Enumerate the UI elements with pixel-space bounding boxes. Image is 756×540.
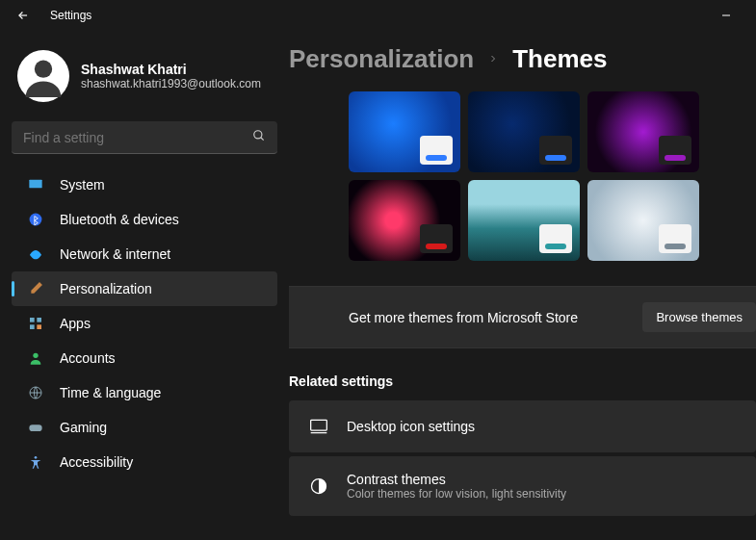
- related-settings-header: Related settings: [289, 348, 756, 400]
- setting-row-title: Contrast themes: [347, 472, 566, 487]
- svg-point-1: [35, 61, 52, 78]
- theme-thumbnail[interactable]: [587, 91, 699, 172]
- avatar: [17, 50, 69, 102]
- desktop-icon: [308, 416, 329, 437]
- svg-point-13: [35, 456, 38, 459]
- desktop-icon-settings-row[interactable]: Desktop icon settings: [289, 400, 756, 452]
- store-text: Get more themes from Microsoft Store: [349, 310, 578, 325]
- brush-icon: [27, 280, 44, 297]
- theme-thumbnail[interactable]: [349, 180, 460, 261]
- svg-rect-12: [29, 424, 41, 431]
- sidebar-item-bluetooth-devices[interactable]: Bluetooth & devices: [12, 202, 277, 237]
- setting-row-subtitle: Color themes for low vision, light sensi…: [347, 487, 566, 501]
- svg-rect-14: [311, 420, 327, 430]
- breadcrumb-current: Themes: [512, 44, 607, 74]
- browse-themes-button[interactable]: Browse themes: [642, 302, 756, 332]
- svg-rect-4: [29, 180, 41, 189]
- sidebar-item-label: Accounts: [60, 350, 116, 366]
- sidebar-item-system[interactable]: System: [12, 167, 277, 202]
- sidebar-item-time-language[interactable]: Time & language: [12, 375, 277, 410]
- sidebar-item-accounts[interactable]: Accounts: [12, 341, 277, 375]
- theme-thumbnail[interactable]: [587, 180, 699, 261]
- sidebar-item-label: Accessibility: [60, 454, 133, 470]
- theme-thumbnail[interactable]: [468, 180, 580, 261]
- sidebar-item-label: Bluetooth & devices: [60, 212, 179, 227]
- svg-rect-9: [37, 324, 41, 329]
- contrast-icon: [308, 476, 329, 497]
- wifi-icon: [27, 245, 44, 263]
- sidebar-item-apps[interactable]: Apps: [12, 306, 277, 341]
- game-icon: [27, 419, 44, 436]
- globe-icon: [27, 384, 44, 401]
- sidebar-item-gaming[interactable]: Gaming: [12, 410, 277, 445]
- svg-rect-7: [37, 318, 41, 322]
- profile-block[interactable]: Shashwat Khatri shashwat.khatri1993@outl…: [12, 44, 277, 116]
- sidebar-item-label: Personalization: [60, 281, 152, 296]
- sidebar-item-label: System: [60, 177, 105, 193]
- person-icon: [27, 349, 44, 367]
- svg-point-2: [254, 130, 262, 138]
- svg-point-10: [33, 353, 38, 358]
- bluetooth-icon: [27, 211, 44, 228]
- svg-rect-6: [30, 318, 35, 322]
- breadcrumb-parent[interactable]: Personalization: [289, 44, 474, 74]
- grid-icon: [27, 315, 44, 332]
- profile-name: Shashwat Khatri: [81, 62, 261, 77]
- search-input[interactable]: [23, 130, 252, 145]
- breadcrumb: Personalization Themes: [289, 44, 756, 91]
- sidebar-item-label: Gaming: [60, 420, 107, 435]
- svg-line-3: [261, 137, 264, 140]
- sidebar-item-network-internet[interactable]: Network & internet: [12, 237, 277, 271]
- accessibility-icon: [27, 453, 44, 471]
- back-button[interactable]: [10, 2, 37, 29]
- store-row: Get more themes from Microsoft Store Bro…: [289, 286, 756, 348]
- search-box[interactable]: [12, 121, 277, 154]
- monitor-icon: [27, 176, 44, 193]
- theme-thumbnail[interactable]: [349, 91, 460, 172]
- profile-email: shashwat.khatri1993@outlook.com: [81, 77, 261, 90]
- sidebar-item-label: Network & internet: [60, 246, 170, 262]
- minimize-button[interactable]: [706, 2, 746, 29]
- sidebar-item-label: Apps: [60, 316, 91, 331]
- svg-rect-8: [30, 324, 35, 329]
- setting-row-title: Desktop icon settings: [347, 419, 475, 434]
- chevron-right-icon: [487, 52, 499, 67]
- sidebar-item-personalization[interactable]: Personalization: [12, 271, 277, 306]
- search-icon: [252, 129, 266, 146]
- theme-thumbnail[interactable]: [468, 91, 580, 172]
- contrast-themes-row[interactable]: Contrast themes Color themes for low vis…: [289, 456, 756, 516]
- sidebar-item-label: Time & language: [60, 385, 161, 400]
- window-title: Settings: [50, 9, 91, 22]
- sidebar-item-accessibility[interactable]: Accessibility: [12, 445, 277, 479]
